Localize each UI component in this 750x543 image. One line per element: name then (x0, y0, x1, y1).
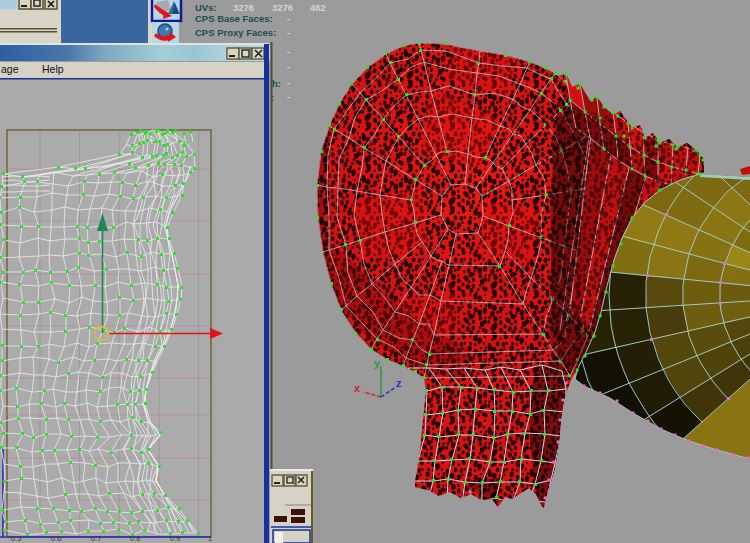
svg-text:UVs:: UVs: (195, 2, 217, 13)
svg-text:0.9: 0.9 (170, 534, 180, 543)
svg-text:h:: h: (272, 78, 281, 89)
svg-text:age: age (1, 63, 19, 75)
svg-text:y: y (374, 357, 381, 369)
svg-text:CPS Base Faces:: CPS Base Faces: (195, 13, 273, 24)
svg-text:z: z (396, 377, 402, 389)
svg-text:3276: 3276 (272, 2, 293, 13)
svg-text:-: - (287, 46, 290, 57)
svg-text:1: 1 (208, 534, 212, 543)
svg-text:-: - (287, 61, 290, 72)
svg-text:CPS Proxy Faces:: CPS Proxy Faces: (195, 27, 276, 38)
svg-text:-: - (287, 13, 290, 24)
svg-text:3276: 3276 (233, 2, 254, 13)
svg-text:-: - (287, 91, 290, 102)
svg-text::: : (271, 92, 274, 103)
svg-text:-: - (287, 27, 290, 38)
svg-text:0.6: 0.6 (51, 534, 61, 543)
svg-text:0.5: 0.5 (11, 534, 21, 543)
svg-text:x: x (354, 382, 361, 394)
svg-text:462: 462 (310, 2, 326, 13)
svg-text:-: - (287, 77, 290, 88)
svg-text:0.7: 0.7 (91, 534, 101, 543)
svg-text:Help: Help (42, 63, 64, 75)
